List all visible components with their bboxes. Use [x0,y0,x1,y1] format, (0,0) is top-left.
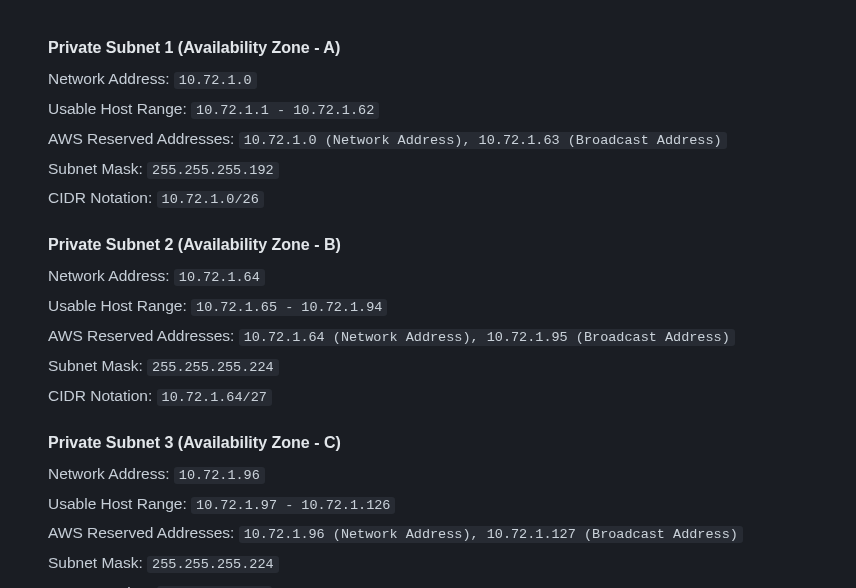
cidr-row: CIDR Notation: 10.72.1.0/26 [48,186,808,211]
reserved-label: AWS Reserved Addresses: [48,524,239,541]
subnet-title: Private Subnet 1 (Availability Zone - A) [48,36,808,61]
reserved-label: AWS Reserved Addresses: [48,327,239,344]
network-address-row: Network Address: 10.72.1.64 [48,264,808,289]
host-range-value: 10.72.1.1 - 10.72.1.62 [191,102,379,119]
cidr-label: CIDR Notation: [48,189,157,206]
mask-row: Subnet Mask: 255.255.255.224 [48,551,808,576]
mask-row: Subnet Mask: 255.255.255.224 [48,354,808,379]
reserved-value: 10.72.1.0 (Network Address), 10.72.1.63 … [239,132,727,149]
reserved-row: AWS Reserved Addresses: 10.72.1.96 (Netw… [48,521,808,546]
host-range-label: Usable Host Range: [48,100,191,117]
mask-value: 255.255.255.192 [147,162,279,179]
network-address-value: 10.72.1.0 [174,72,257,89]
host-range-row: Usable Host Range: 10.72.1.97 - 10.72.1.… [48,492,808,517]
subnet-title: Private Subnet 3 (Availability Zone - C) [48,431,808,456]
host-range-label: Usable Host Range: [48,297,191,314]
cidr-label: CIDR Notation: [48,584,157,588]
reserved-row: AWS Reserved Addresses: 10.72.1.0 (Netwo… [48,127,808,152]
host-range-row: Usable Host Range: 10.72.1.65 - 10.72.1.… [48,294,808,319]
mask-label: Subnet Mask: [48,554,147,571]
network-address-row: Network Address: 10.72.1.96 [48,462,808,487]
network-address-label: Network Address: [48,267,174,284]
mask-label: Subnet Mask: [48,160,147,177]
host-range-row: Usable Host Range: 10.72.1.1 - 10.72.1.6… [48,97,808,122]
subnet-block-3: Private Subnet 3 (Availability Zone - C)… [48,431,808,588]
network-address-value: 10.72.1.64 [174,269,265,286]
cidr-row: CIDR Notation: 10.72.1.96/27 [48,581,808,588]
network-address-label: Network Address: [48,70,174,87]
cidr-value: 10.72.1.64/27 [157,389,272,406]
subnet-block-2: Private Subnet 2 (Availability Zone - B)… [48,233,808,408]
network-address-value: 10.72.1.96 [174,467,265,484]
mask-value: 255.255.255.224 [147,359,279,376]
reserved-label: AWS Reserved Addresses: [48,130,239,147]
host-range-value: 10.72.1.65 - 10.72.1.94 [191,299,387,316]
host-range-label: Usable Host Range: [48,495,191,512]
mask-row: Subnet Mask: 255.255.255.192 [48,157,808,182]
network-address-label: Network Address: [48,465,174,482]
mask-label: Subnet Mask: [48,357,147,374]
reserved-row: AWS Reserved Addresses: 10.72.1.64 (Netw… [48,324,808,349]
cidr-label: CIDR Notation: [48,387,157,404]
host-range-value: 10.72.1.97 - 10.72.1.126 [191,497,395,514]
subnet-block-1: Private Subnet 1 (Availability Zone - A)… [48,36,808,211]
network-address-row: Network Address: 10.72.1.0 [48,67,808,92]
cidr-row: CIDR Notation: 10.72.1.64/27 [48,384,808,409]
subnet-title: Private Subnet 2 (Availability Zone - B) [48,233,808,258]
reserved-value: 10.72.1.64 (Network Address), 10.72.1.95… [239,329,735,346]
reserved-value: 10.72.1.96 (Network Address), 10.72.1.12… [239,526,743,543]
mask-value: 255.255.255.224 [147,556,279,573]
cidr-value: 10.72.1.0/26 [157,191,264,208]
